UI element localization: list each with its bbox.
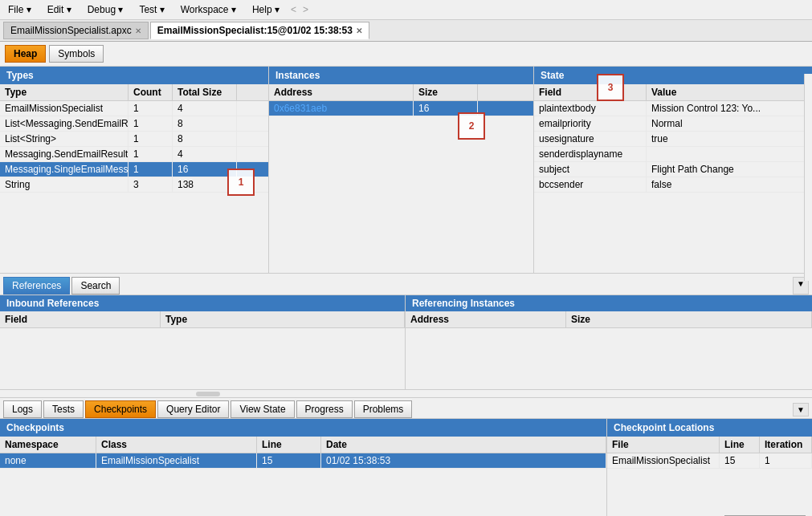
types-col-type: Type [0,84,129,100]
top-panels: Types Type Count Total Size EmailMission… [0,67,812,274]
state-panel: State Field Value plaintextbody Mission … [534,67,812,273]
menu-help[interactable]: Help ▾ [247,2,284,17]
horizontal-scrollbar[interactable] [0,389,812,397]
tab-apxc[interactable]: EmailMissionSpecialist.apxc ✕ [3,22,149,39]
inbound-table-header: Field Type [0,311,405,328]
cp-col-namespace: Namespace [0,437,96,453]
checkpoints-panel: Checkpoints Namespace Class Line Date no… [0,419,607,516]
cl-col-file: File [607,437,720,453]
edit-props-container: Edit Properties [607,509,812,516]
bottom-panels: Checkpoints Namespace Class Line Date no… [0,419,812,516]
bottom-collapse-button[interactable]: ▼ [793,403,809,416]
cl-col-iteration: Iteration [760,437,812,453]
tab-debug[interactable]: EmailMissionSpecialist:15@01/02 15:38:53… [150,22,369,39]
tab-tests[interactable]: Tests [43,400,84,418]
cl-empty-area [607,481,812,510]
references-area: References Search ▼ Inbound References F… [0,274,812,398]
list-item[interactable]: 0x6e831aeb 16 [269,101,533,116]
references-tabs: References Search ▼ [0,274,812,295]
list-item[interactable]: senderdisplayname [534,147,812,162]
cp-col-date: Date [321,437,606,453]
referencing-table-body [406,328,812,389]
checkpoints-table-header: Namespace Class Line Date [0,437,606,453]
table-row[interactable]: EmailMissionSpecialist 1 4 [0,101,268,116]
tab-apxc-close[interactable]: ✕ [135,26,141,35]
tab-view-state[interactable]: View State [231,400,294,418]
types-header: Types [0,67,268,84]
main-area: Types Type Count Total Size EmailMission… [0,67,812,516]
tab-query-editor[interactable]: Query Editor [157,400,229,418]
reference-panels: Inbound References Field Type Referencin… [0,295,812,389]
checkpoint-locations-header: Checkpoint Locations [607,419,812,437]
menu-debug[interactable]: Debug ▾ [83,2,129,17]
list-item[interactable]: plaintextbody Mission Control 123: Yo... [534,101,812,116]
inbound-panel: Inbound References Field Type [0,295,406,389]
instances-table-header: Address Size [269,84,533,101]
state-col-value: Value [647,84,812,100]
referencing-header: Referencing Instances [406,295,812,311]
menu-file[interactable]: File ▾ [3,2,36,17]
state-scrollbar[interactable] [804,74,812,281]
inbound-table-body [0,328,405,389]
list-item[interactable]: EmailMissionSpecialist 15 1 [607,453,812,469]
inbound-header: Inbound References [0,295,405,311]
types-col-count: Count [129,84,173,100]
toolbar: Heap Symbols [0,42,812,67]
ref-col-size: Size [566,311,812,327]
cl-col-line: Line [720,437,760,453]
inst-col-address: Address [269,84,414,100]
cl-table-body: EmailMissionSpecialist 15 1 [607,453,812,481]
cp-col-line: Line [257,437,321,453]
table-row[interactable]: List<String> 1 8 [0,132,268,147]
scroll-thumb [196,392,220,396]
types-table-header: Type Count Total Size [0,84,268,101]
tab-problems[interactable]: Problems [354,400,413,418]
tab-apxc-label: EmailMissionSpecialist.apxc [10,25,132,36]
menu-test[interactable]: Test ▾ [134,2,169,17]
state-header: State [534,67,812,84]
tab-bar: EmailMissionSpecialist.apxc ✕ EmailMissi… [0,20,812,42]
checkpoints-header: Checkpoints [0,419,606,437]
tab-progress[interactable]: Progress [296,400,353,418]
inbound-col-type: Type [161,311,405,327]
instances-header: Instances [269,67,533,84]
inbound-col-field: Field [0,311,161,327]
menu-edit[interactable]: Edit ▾ [43,2,76,17]
instances-table-body: 0x6e831aeb 16 [269,101,533,273]
state-table-header: Field Value [534,84,812,101]
bottom-area: Logs Tests Checkpoints Query Editor View… [0,398,812,516]
list-item[interactable]: bccsender false [534,177,812,193]
menubar: File ▾ Edit ▾ Debug ▾ Test ▾ Workspace ▾… [0,0,812,20]
instances-panel: Instances Address Size 0x6e831aeb 16 [269,67,534,273]
checkpoints-table-body: none EmailMissionSpecialist 15 01/02 15:… [0,453,606,516]
tab-debug-close[interactable]: ✕ [356,26,362,35]
cl-table-header: File Line Iteration [607,437,812,453]
inst-col-size: Size [414,84,478,100]
tab-search[interactable]: Search [71,277,120,295]
tab-checkpoints[interactable]: Checkpoints [85,400,156,418]
menu-back[interactable]: < [291,4,296,15]
annotation-1: 1 [227,169,255,196]
menu-forward[interactable]: > [303,4,308,15]
ref-col-address: Address [406,311,566,327]
list-item[interactable]: subject Flight Path Change [534,162,812,177]
types-col-size: Total Size [173,84,237,100]
menu-workspace[interactable]: Workspace ▾ [176,2,241,17]
heap-button[interactable]: Heap [5,45,46,63]
state-table-body: plaintextbody Mission Control 123: Yo...… [534,101,812,273]
symbols-button[interactable]: Symbols [49,45,104,63]
referencing-panel: Referencing Instances Address Size [406,295,812,389]
list-item[interactable]: none EmailMissionSpecialist 15 01/02 15:… [0,453,606,469]
list-item[interactable]: emailpriority Normal [534,116,812,132]
tab-logs[interactable]: Logs [3,400,42,418]
table-row[interactable]: List<Messaging.SendEmailRes... 1 8 [0,116,268,132]
table-row[interactable]: Messaging.SendEmailResult 1 4 [0,147,268,162]
tab-references[interactable]: References [3,277,70,295]
state-col-field: Field [534,84,647,100]
annotation-3: 3 [597,74,624,101]
list-item[interactable]: usesignature true [534,132,812,147]
tab-debug-label: EmailMissionSpecialist:15@01/02 15:38:53 [157,25,353,36]
referencing-table-header: Address Size [406,311,812,328]
annotation-2: 2 [458,112,485,140]
cp-col-class: Class [96,437,257,453]
